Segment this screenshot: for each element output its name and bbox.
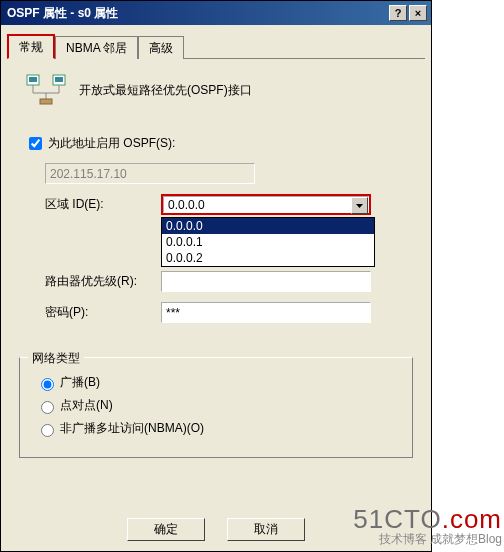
password-label: 密码(P): — [45, 304, 161, 321]
tab-general-label: 常规 — [19, 40, 43, 54]
content-panel: 开放式最短路径优先(OSPF)接口 为此地址启用 OSPF(S): 区域 ID(… — [1, 59, 431, 341]
router-priority-label: 路由器优先级(R): — [45, 273, 161, 290]
help-button[interactable]: ? — [389, 5, 407, 21]
tab-advanced[interactable]: 高级 — [138, 36, 184, 59]
window-title: OSPF 属性 - s0 属性 — [5, 5, 387, 22]
area-id-option[interactable]: 0.0.0.2 — [162, 250, 374, 266]
area-id-dropdown-button[interactable] — [351, 197, 368, 214]
network-type-nbma-radio[interactable] — [41, 424, 54, 437]
close-button[interactable]: × — [409, 5, 427, 21]
area-id-label: 区域 ID(E): — [45, 196, 161, 213]
cancel-button[interactable]: 取消 — [227, 518, 305, 541]
area-id-combo[interactable]: 0.0.0.0 0.0.0.0 0.0.0.1 0.0.0.2 — [161, 194, 371, 215]
network-type-legend: 网络类型 — [28, 350, 84, 367]
titlebar: OSPF 属性 - s0 属性 ? × — [1, 1, 431, 25]
chevron-down-icon — [356, 204, 363, 208]
address-input — [45, 163, 255, 184]
network-type-fieldset: 网络类型 广播(B) 点对点(N) 非广播多址访问(NBMA)(O) — [19, 357, 413, 458]
password-input[interactable] — [161, 302, 371, 323]
network-type-broadcast-label: 广播(B) — [60, 374, 100, 391]
area-id-dropdown-list: 0.0.0.0 0.0.0.1 0.0.0.2 — [161, 217, 375, 267]
network-type-nbma-label: 非广播多址访问(NBMA)(O) — [60, 420, 204, 437]
tab-nbma-neighbors[interactable]: NBMA 邻居 — [55, 36, 138, 59]
network-type-ptp-radio[interactable] — [41, 401, 54, 414]
tab-advanced-label: 高级 — [149, 41, 173, 55]
dialog-button-row: 确定 取消 — [1, 518, 431, 541]
area-id-value: 0.0.0.0 — [168, 198, 205, 212]
network-type-ptp-label: 点对点(N) — [60, 397, 113, 414]
network-interface-icon — [25, 73, 67, 108]
area-id-option[interactable]: 0.0.0.0 — [162, 218, 374, 234]
ok-button[interactable]: 确定 — [127, 518, 205, 541]
enable-ospf-label: 为此地址启用 OSPF(S): — [48, 135, 175, 152]
tab-general[interactable]: 常规 — [7, 34, 55, 59]
tab-nbma-label: NBMA 邻居 — [66, 41, 127, 55]
router-priority-input[interactable] — [161, 271, 371, 292]
svg-marker-9 — [356, 204, 363, 208]
network-type-broadcast-radio[interactable] — [41, 378, 54, 391]
enable-ospf-checkbox[interactable] — [29, 137, 42, 150]
tab-bar: 常规 NBMA 邻居 高级 — [7, 33, 425, 59]
area-id-option[interactable]: 0.0.0.1 — [162, 234, 374, 250]
header-description: 开放式最短路径优先(OSPF)接口 — [79, 82, 252, 99]
svg-rect-1 — [29, 77, 37, 82]
ospf-properties-dialog: OSPF 属性 - s0 属性 ? × 常规 NBMA 邻居 高级 — [0, 0, 432, 552]
svg-rect-3 — [55, 77, 63, 82]
svg-rect-8 — [40, 99, 52, 104]
